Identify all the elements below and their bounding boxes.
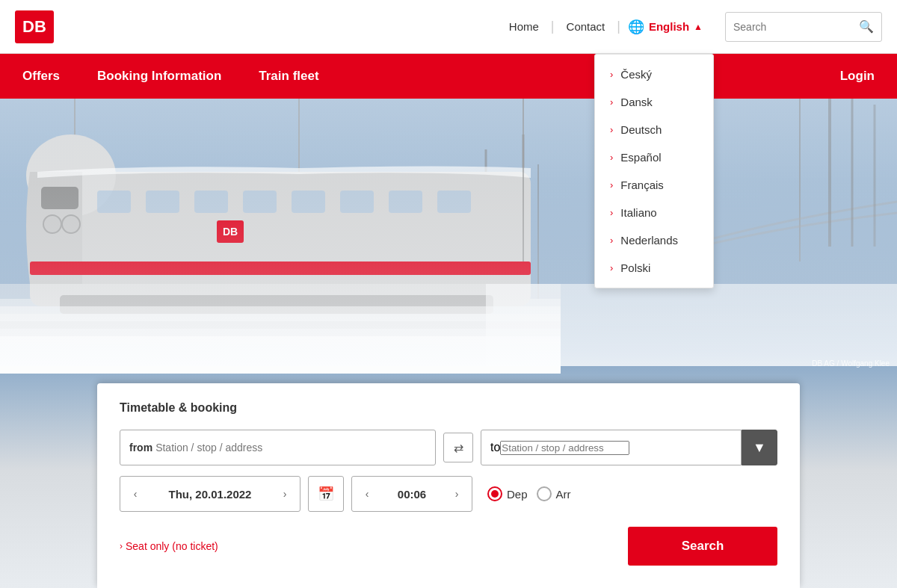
svg-point-14 xyxy=(43,215,61,233)
chevron-down-icon: ▼ xyxy=(753,440,766,456)
lang-option-nl[interactable]: › Nederlands xyxy=(595,226,713,254)
time-value: 00:06 xyxy=(382,488,442,501)
current-language: English xyxy=(649,20,689,33)
arr-label: Arr xyxy=(556,488,571,501)
lang-label-da: Dansk xyxy=(620,96,653,108)
lang-label-fr: Français xyxy=(620,179,664,191)
search-box: 🔍 xyxy=(725,12,882,42)
from-station-wrapper: from xyxy=(120,430,436,465)
chevron-icon-es: › xyxy=(610,152,613,163)
chevron-icon-it: › xyxy=(610,207,613,218)
nav-item-booking-info[interactable]: Booking Information xyxy=(97,69,221,84)
header-nav: Home | Contact | 🌐 English ▲ xyxy=(497,19,710,35)
date-prev-button[interactable]: ‹ xyxy=(120,476,150,512)
svg-rect-16 xyxy=(30,261,531,275)
bottom-row: › Seat only (no ticket) Search xyxy=(120,527,777,566)
lang-label-nl: Nederlands xyxy=(620,234,678,247)
lang-option-da[interactable]: › Dansk xyxy=(595,88,713,116)
chevron-icon-fr: › xyxy=(610,179,613,191)
svg-rect-23 xyxy=(389,191,422,213)
lang-label-es: Español xyxy=(620,151,661,164)
chevron-icon-pl: › xyxy=(610,262,613,273)
chevron-icon-de: › xyxy=(610,124,613,135)
globe-icon: 🌐 xyxy=(628,19,644,35)
lang-label-pl: Polski xyxy=(620,261,650,274)
chevron-icon-nl: › xyxy=(610,235,613,246)
nav-item-offers[interactable]: Offers xyxy=(22,69,60,84)
svg-rect-20 xyxy=(243,191,277,213)
lang-label-de: Deutsch xyxy=(620,123,662,136)
arr-radio[interactable] xyxy=(537,486,552,501)
lang-option-fr[interactable]: › Français xyxy=(595,171,713,199)
copyright-text: DB AG / Wolfgang Klee xyxy=(812,359,890,368)
svg-rect-18 xyxy=(146,191,179,213)
svg-point-15 xyxy=(62,215,80,233)
date-time-row: ‹ Thu, 20.01.2022 › 📅 ‹ 00:06 › Dep xyxy=(120,476,777,512)
lang-option-es[interactable]: › Español xyxy=(595,143,713,171)
seat-only-link[interactable]: › Seat only (no ticket) xyxy=(120,540,218,552)
header: DB Home | Contact | 🌐 English ▲ 🔍 xyxy=(0,0,897,54)
date-control: ‹ Thu, 20.01.2022 › xyxy=(120,476,300,512)
dep-arr-group: Dep Arr xyxy=(487,486,571,501)
login-button[interactable]: Login xyxy=(840,69,875,84)
chevron-icon-cs: › xyxy=(610,69,613,80)
from-station-input[interactable] xyxy=(155,442,426,454)
to-dropdown-button[interactable]: ▼ xyxy=(742,430,777,465)
dep-radio[interactable] xyxy=(487,486,502,501)
lang-label-it: Italiano xyxy=(620,206,656,219)
to-label: to xyxy=(490,441,500,454)
svg-rect-13 xyxy=(41,187,78,209)
svg-rect-21 xyxy=(292,191,325,213)
seat-only-label: Seat only (no ticket) xyxy=(126,540,218,552)
nav-item-train-fleet[interactable]: Train fleet xyxy=(259,69,318,84)
booking-panel: Timetable & booking from ⇄ to ▼ xyxy=(97,383,800,588)
lang-option-cs[interactable]: › Český xyxy=(595,61,713,88)
calendar-button[interactable]: 📅 xyxy=(308,476,344,512)
language-dropdown: › Český › Dansk › Deutsch › Español › Fr… xyxy=(594,54,714,288)
nav-items: Offers Booking Information Train fleet xyxy=(22,69,319,84)
date-value: Thu, 20.01.2022 xyxy=(150,488,270,501)
from-label: from xyxy=(129,442,152,454)
svg-rect-24 xyxy=(437,191,471,213)
date-next-button[interactable]: › xyxy=(270,476,300,512)
lang-label-cs: Český xyxy=(620,68,652,81)
to-wrapper: to ▼ xyxy=(481,430,777,465)
nav-bar: Offers Booking Information Train fleet L… xyxy=(0,54,897,99)
svg-rect-17 xyxy=(97,191,131,213)
time-next-button[interactable]: › xyxy=(442,476,472,512)
time-prev-button[interactable]: ‹ xyxy=(352,476,382,512)
search-button[interactable]: Search xyxy=(628,527,777,566)
lang-option-it[interactable]: › Italiano xyxy=(595,199,713,226)
seat-only-chevron: › xyxy=(120,541,123,551)
db-logo: DB xyxy=(15,10,54,43)
to-station-input[interactable] xyxy=(500,441,629,455)
svg-text:DB: DB xyxy=(223,226,238,238)
search-input[interactable] xyxy=(733,21,853,33)
time-control: ‹ 00:06 › xyxy=(351,476,472,512)
svg-rect-30 xyxy=(0,336,561,374)
booking-panel-title: Timetable & booking xyxy=(120,401,777,415)
language-selector[interactable]: 🌐 English ▲ xyxy=(620,19,710,35)
chevron-up-icon: ▲ xyxy=(694,22,703,32)
svg-rect-36 xyxy=(486,284,897,366)
arr-option[interactable]: Arr xyxy=(537,486,571,501)
chevron-icon-da: › xyxy=(610,96,613,108)
svg-rect-19 xyxy=(194,191,228,213)
to-station-wrapper: to xyxy=(481,430,742,465)
swap-button[interactable]: ⇄ xyxy=(443,433,473,462)
station-row: from ⇄ to ▼ xyxy=(120,430,777,465)
svg-rect-22 xyxy=(340,191,374,213)
swap-icon: ⇄ xyxy=(454,441,463,455)
calendar-icon: 📅 xyxy=(318,486,334,502)
dep-label: Dep xyxy=(507,488,528,501)
lang-option-pl[interactable]: › Polski xyxy=(595,254,713,282)
home-link[interactable]: Home xyxy=(497,20,551,33)
contact-link[interactable]: Contact xyxy=(555,20,617,33)
search-icon: 🔍 xyxy=(859,19,874,34)
dep-option[interactable]: Dep xyxy=(487,486,528,501)
lang-option-de[interactable]: › Deutsch xyxy=(595,116,713,143)
